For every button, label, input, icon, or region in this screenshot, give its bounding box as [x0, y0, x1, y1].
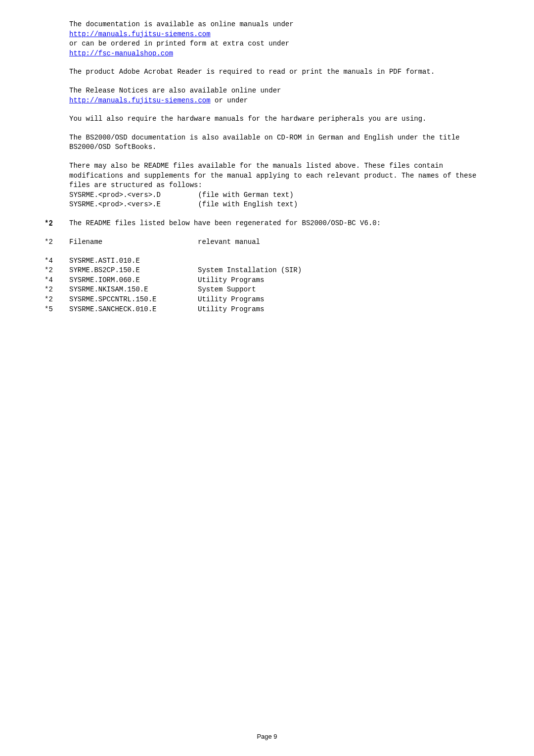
file-list: *4SYSRME.ASTI.010.E*2SYRME.BS2CP.150.ESy…: [44, 256, 494, 315]
text: The Release Notices are also available o…: [69, 87, 281, 94]
file-name: SYSRME.IORM.060.E: [69, 276, 198, 285]
link-manuals-1[interactable]: http://manuals.fujitsu-siemens.com: [69, 30, 211, 38]
column-header-filename: Filename: [69, 237, 198, 247]
paragraph-regen: *2 The README files listed below have be…: [44, 219, 494, 229]
file-manual: System Installation (SIR): [198, 266, 302, 276]
paragraph-hardware: You will also require the hardware manua…: [44, 114, 494, 124]
file-row: *2SYSRME.SPCCNTRL.150.EUtility Programs: [44, 295, 494, 305]
text: or can be ordered in printed form at ext…: [69, 40, 289, 47]
margin-marker: *2: [44, 237, 69, 247]
file-row: *2SYRME.BS2CP.150.ESystem Installation (…: [44, 266, 494, 276]
file-name: SYSRME.SANCHECK.010.E: [69, 305, 198, 315]
margin-marker: *2: [44, 266, 69, 276]
file-name: SYSRME.SPCCNTRL.150.E: [69, 295, 198, 305]
file-manual: Utility Programs: [198, 276, 264, 285]
paragraph-readme: There may also be README files available…: [44, 161, 494, 210]
text: The documentation is available as online…: [69, 20, 294, 28]
paragraph-documentation: The documentation is available as online…: [44, 20, 494, 58]
file-manual: Utility Programs: [198, 295, 264, 305]
paragraph-acrobat: The product Adobe Acrobat Reader is requ…: [44, 67, 494, 77]
file-row: *4SYSRME.ASTI.010.E: [44, 256, 494, 266]
table-header: *2 Filename relevant manual: [44, 237, 494, 247]
page-footer: Page 9: [0, 732, 534, 741]
file-row: *4SYSRME.IORM.060.EUtility Programs: [44, 276, 494, 285]
file-name: SYSRME.NKISAM.150.E: [69, 285, 198, 295]
link-manualshop[interactable]: http://fsc-manualshop.com: [69, 49, 173, 57]
paragraph-release-notices: The Release Notices are also available o…: [44, 86, 494, 105]
margin-marker: *2: [44, 285, 69, 295]
text: The product Adobe Acrobat Reader is requ…: [69, 68, 435, 76]
file-name: SYSRME.ASTI.010.E: [69, 256, 198, 266]
margin-marker: *2: [44, 295, 69, 305]
text: or under: [211, 96, 248, 104]
margin-marker: *2: [44, 219, 69, 229]
paragraph-cdrom: The BS2000/OSD documentation is also ava…: [44, 133, 494, 152]
margin-marker: *4: [44, 276, 69, 285]
file-row: *5SYSRME.SANCHECK.010.EUtility Programs: [44, 305, 494, 315]
file-manual: System Support: [198, 285, 256, 295]
text: The BS2000/OSD documentation is also ava…: [69, 134, 460, 151]
file-row: *2SYSRME.NKISAM.150.ESystem Support: [44, 285, 494, 295]
margin-marker: *5: [44, 305, 69, 315]
file-pattern-de: SYSRME.<prod>.<vers>.D (file with German…: [69, 191, 294, 199]
file-name: SYRME.BS2CP.150.E: [69, 266, 198, 276]
text: You will also require the hardware manua…: [69, 115, 427, 123]
margin-marker: *4: [44, 256, 69, 266]
column-header-manual: relevant manual: [198, 237, 260, 247]
text: There may also be README files available…: [69, 162, 476, 189]
link-manuals-2[interactable]: http://manuals.fujitsu-siemens.com: [69, 96, 211, 104]
file-pattern-en: SYSRME.<prod>.<vers>.E (file with Englis…: [69, 200, 298, 208]
file-manual: Utility Programs: [198, 305, 264, 315]
